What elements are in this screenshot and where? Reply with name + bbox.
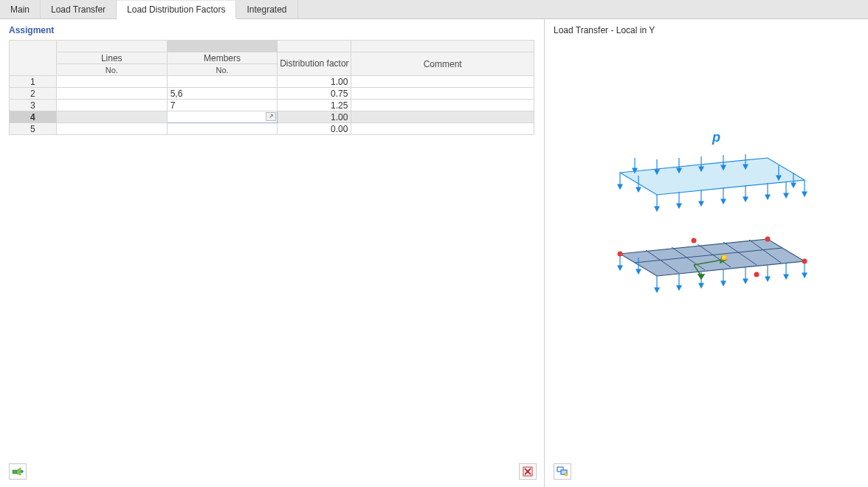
svg-marker-63: [784, 274, 788, 279]
pick-members-icon[interactable]: ↗: [266, 112, 276, 121]
import-button[interactable]: [9, 463, 27, 480]
row-number[interactable]: 4: [10, 111, 57, 123]
cell-lines[interactable]: [56, 88, 167, 100]
cell-members[interactable]: [167, 123, 278, 135]
cell-factor[interactable]: 1.00: [278, 111, 351, 123]
cell-factor[interactable]: 0.75: [278, 88, 351, 100]
header-comment[interactable]: Comment: [351, 52, 534, 76]
view-options-icon: [557, 466, 568, 477]
svg-marker-57: [721, 281, 726, 286]
svg-point-78: [754, 272, 760, 277]
svg-marker-19: [743, 197, 748, 201]
header-members-sub[interactable]: No.: [167, 64, 278, 76]
cell-members[interactable]: ↗: [167, 111, 278, 123]
table-row[interactable]: 371.25: [10, 100, 534, 111]
tab-integrated[interactable]: Integrated: [236, 0, 297, 18]
table-row[interactable]: 11.00: [10, 76, 534, 88]
svg-marker-42: [791, 183, 796, 187]
row-number[interactable]: 1: [10, 76, 57, 88]
cell-lines[interactable]: [56, 111, 167, 123]
cell-members[interactable]: [167, 76, 278, 88]
cell-factor[interactable]: 1.25: [278, 100, 351, 111]
svg-marker-25: [802, 192, 807, 196]
svg-point-77: [802, 259, 807, 264]
svg-marker-9: [636, 187, 641, 192]
cell-comment[interactable]: [351, 76, 534, 88]
svg-marker-53: [677, 286, 681, 290]
row-number[interactable]: 3: [10, 100, 57, 111]
assignment-panel: Assigment Lines Members Distribution fac…: [0, 19, 545, 487]
row-number[interactable]: 5: [10, 123, 57, 135]
header-rownum: [10, 41, 57, 76]
cell-factor[interactable]: 0.00: [278, 123, 351, 135]
tab-load-distribution-factors[interactable]: Load Distribution Factors: [117, 1, 236, 19]
svg-marker-7: [618, 184, 622, 189]
svg-marker-11: [655, 207, 659, 211]
preview-title: Load Transfer - Local in Y: [554, 25, 864, 35]
load-symbol: p: [712, 130, 720, 145]
header-gap: [278, 41, 351, 52]
svg-marker-13: [677, 204, 681, 208]
cell-factor[interactable]: 1.00: [278, 76, 351, 88]
svg-marker-21: [765, 195, 770, 199]
cell-comment[interactable]: [351, 123, 534, 135]
svg-marker-61: [765, 277, 770, 281]
header-members[interactable]: Members: [167, 52, 278, 64]
cell-members[interactable]: 7: [167, 100, 278, 111]
assignment-title: Assigment: [9, 25, 540, 35]
preview-panel: Load Transfer - Local in Y p: [545, 19, 868, 487]
header-lines-sub[interactable]: No.: [56, 64, 167, 76]
delete-button[interactable]: [519, 463, 537, 480]
tab-bar: MainLoad TransferLoad Distribution Facto…: [0, 0, 868, 19]
svg-point-76: [765, 237, 771, 242]
cell-lines[interactable]: [56, 100, 167, 111]
header-gap: [351, 41, 534, 52]
tab-load-transfer[interactable]: Load Transfer: [41, 0, 117, 18]
cell-members[interactable]: 5,6: [167, 88, 278, 100]
svg-marker-65: [802, 273, 807, 277]
view-options-button[interactable]: [554, 463, 571, 480]
cell-comment[interactable]: [351, 88, 534, 100]
svg-marker-67: [618, 266, 622, 270]
load-transfer-diagram: p: [554, 40, 864, 453]
svg-marker-51: [655, 288, 659, 292]
cell-comment[interactable]: [351, 100, 534, 111]
svg-point-82: [565, 473, 568, 476]
svg-rect-79: [722, 255, 726, 260]
delete-icon: [523, 466, 533, 477]
upper-slab: [618, 154, 807, 211]
header-gap: [167, 41, 278, 52]
header-gap: [56, 41, 167, 52]
assignment-table: Lines Members Distribution factor Commen…: [9, 40, 534, 135]
cell-lines[interactable]: [56, 123, 167, 135]
header-lines[interactable]: Lines: [56, 52, 167, 64]
svg-point-75: [692, 238, 697, 244]
row-number[interactable]: 2: [10, 88, 57, 100]
lower-slab: [618, 237, 807, 293]
cell-comment[interactable]: [351, 111, 534, 123]
svg-marker-17: [721, 199, 726, 204]
import-icon: [12, 466, 24, 477]
svg-marker-15: [699, 201, 703, 206]
svg-marker-23: [784, 193, 788, 198]
svg-point-74: [618, 252, 623, 257]
table-row[interactable]: 50.00: [10, 123, 534, 135]
svg-rect-0: [13, 470, 17, 474]
diagram-svg: p: [590, 128, 827, 335]
svg-marker-43: [620, 239, 805, 276]
header-factor[interactable]: Distribution factor: [278, 52, 351, 76]
svg-marker-55: [699, 283, 703, 288]
table-row[interactable]: 25,60.75: [10, 88, 534, 100]
tab-main[interactable]: Main: [0, 0, 41, 18]
svg-marker-69: [636, 269, 641, 274]
svg-marker-59: [743, 279, 748, 283]
cell-lines[interactable]: [56, 76, 167, 88]
table-row[interactable]: 4↗1.00: [10, 111, 534, 123]
svg-marker-73: [698, 274, 704, 279]
